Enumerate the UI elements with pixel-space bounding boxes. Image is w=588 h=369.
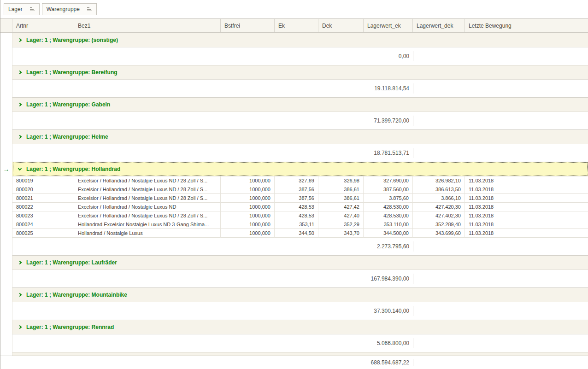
row-indicator-cell [0,352,12,356]
summary-separator [413,47,465,65]
cell-dek: 427,42 [318,203,364,211]
row-indicator-cell [0,211,12,220]
row-indicator-cell [0,185,12,194]
row-indicator-cell [0,220,12,229]
group-row-cell[interactable]: Lager: 1 ; Warengruppe: Bereifung [12,65,588,80]
summary-separator [413,334,465,352]
group-summary-row: 2.273.795,60 [0,238,588,255]
group-row-cell[interactable]: Lager: 1 ; Warengruppe: Helme [12,129,588,144]
row-indicator-cell: → [0,255,12,270]
column-header-lagerwert-ek[interactable]: Lagerwert_ek [364,19,413,32]
cell-artnr: 800024 [12,220,74,229]
detail-row[interactable]: 800023 Excelsior / Hollandrad / Nostalgi… [0,211,588,220]
group-row-cell[interactable]: Lager: 1 ; Warengruppe: Hollandrad [12,162,588,176]
group-row[interactable]: → Lager: 1 ; Warengruppe: Laufräder [0,255,588,270]
row-indicator-cell [0,270,12,287]
group-row[interactable]: → Lager: 1 ; Warengruppe: Helme [0,129,588,144]
group-summary-value: 5.066.800,00 [364,334,413,352]
column-header-bstfrei[interactable]: Bstfrei [221,19,275,32]
cell-ek: 428,53 [275,211,318,220]
column-header-letzte-bewegung[interactable]: Letzte Bewegung [465,19,588,32]
group-row[interactable]: → Lager: 1 ; Warengruppe: Hollandrad [0,162,588,176]
expand-chevron-icon[interactable] [18,38,22,42]
cell-lagerwert-ek: 428.530,00 [364,211,413,220]
expand-chevron-icon[interactable] [18,135,22,139]
column-header-ek[interactable]: Ek [275,19,318,32]
group-by-button-label: Warengruppe [47,6,80,12]
summary-separator [413,356,465,369]
row-indicator-cell [0,203,12,211]
row-indicator-cell: → [0,162,12,176]
row-indicator-cell: → [0,320,12,334]
cell-dek: 343,70 [318,229,364,238]
group-summary-row: 37.300.140,00 [0,302,588,320]
summary-separator [413,144,465,162]
column-header-lagerwert-dek[interactable]: Lagerwert_dek [413,19,465,32]
group-by-button-lager[interactable]: Lager [4,3,40,15]
group-row-label: Lager: 1 ; Warengruppe: (sonstige) [26,37,118,43]
detail-row[interactable]: 800021 Excelsior / Hollandrad / Nostalgi… [0,194,588,203]
group-summary-row: 18.781.513,71 [0,144,588,162]
column-header-bez1[interactable]: Bez1 [74,19,221,32]
cell-lagerwert-dek: 326.982,10 [413,176,465,185]
group-by-button-warengruppe[interactable]: Warengruppe [42,3,97,15]
cell-bez1: Excelsior / Hollandrad / Nostalgie Luxus… [74,176,221,185]
cell-ek: 344,50 [275,229,318,238]
column-header-dek[interactable]: Dek [318,19,364,32]
row-indicator-cell [0,334,12,352]
row-indicator-cell: → [0,65,12,80]
cell-bstfrei: 1000,000 [221,203,275,211]
cell-lagerwert-dek: 427.402,30 [413,211,465,220]
cell-artnr: 800019 [12,176,74,185]
detail-row[interactable]: 800020 Excelsior / Hollandrad / Nostalgi… [0,185,588,194]
group-row-cell[interactable]: Lager: 1 ; Warengruppe: Gabeln [12,97,588,112]
group-summary-row: 19.118.814,54 [0,80,588,97]
expand-chevron-icon[interactable] [18,325,22,329]
expand-chevron-icon[interactable] [18,103,22,106]
group-row-cell[interactable]: Lager: 1 ; Warengruppe: (sonstige) [12,33,588,47]
group-row-label: Lager: 1 ; Warengruppe: Bereifung [26,69,118,76]
expand-chevron-icon[interactable] [18,293,22,297]
group-summary-row: 0,00 [0,47,588,65]
cell-artnr: 800022 [12,203,74,211]
group-row-label: Lager: 1 ; Warengruppe: Rennrad [26,324,114,330]
group-row-cell[interactable]: Lager: 1 ; Warengruppe: Rennrad [12,320,588,334]
summary-separator [413,302,465,320]
row-indicator-cell [0,229,12,238]
row-indicator-cell [0,112,12,129]
group-by-panel: Lager Warengruppe [0,0,588,18]
group-row[interactable]: → Lager: 1 ; Warengruppe: Bereifung [0,65,588,80]
expand-chevron-icon[interactable] [18,261,22,264]
sort-icon [30,7,35,12]
detail-row[interactable]: 800024 Hollandrad Excelsior Nostalgie Lu… [0,220,588,229]
group-row[interactable]: → Lager: 1 ; Warengruppe: Mountainbike [0,287,588,302]
partial-group-cell [12,352,588,356]
row-indicator-header-cell [0,19,12,32]
cell-ek: 327,69 [275,176,318,185]
cell-letzte-bewegung: 11.03.2018 [465,203,588,211]
partial-group-row [0,352,588,356]
group-row-cell[interactable]: Lager: 1 ; Warengruppe: Mountainbike [12,287,588,302]
cell-lagerwert-dek: 386.613,50 [413,185,465,194]
group-row[interactable]: → Lager: 1 ; Warengruppe: Rennrad [0,320,588,334]
group-row-cell[interactable]: Lager: 1 ; Warengruppe: Laufräder [12,255,588,270]
row-indicator-cell [0,47,12,65]
detail-row[interactable]: 800019 Excelsior / Hollandrad / Nostalgi… [0,176,588,185]
cell-artnr: 800023 [12,211,74,220]
expand-chevron-icon[interactable] [18,70,22,74]
detail-row[interactable]: 800025 Hollandrad / Nostalgie Luxus 1000… [0,229,588,238]
summary-separator [413,270,465,287]
expand-chevron-icon[interactable] [18,166,22,170]
sort-icon [87,7,92,12]
group-summary-value: 37.300.140,00 [364,302,413,320]
cell-lagerwert-ek: 428.530,00 [364,203,413,211]
grand-total-value: 688.594.687,22 [364,356,413,369]
detail-row[interactable]: 800022 Excelsior / Hollandrad / Nostalgi… [0,203,588,211]
summary-separator [413,112,465,129]
group-row[interactable]: → Lager: 1 ; Warengruppe: Gabeln [0,97,588,112]
cell-bstfrei: 1000,000 [221,229,275,238]
group-row[interactable]: → Lager: 1 ; Warengruppe: (sonstige) [0,33,588,47]
cell-letzte-bewegung: 11.03.2018 [465,229,588,238]
column-header-artnr[interactable]: Artnr [12,19,74,32]
cell-dek: 386,61 [318,185,364,194]
